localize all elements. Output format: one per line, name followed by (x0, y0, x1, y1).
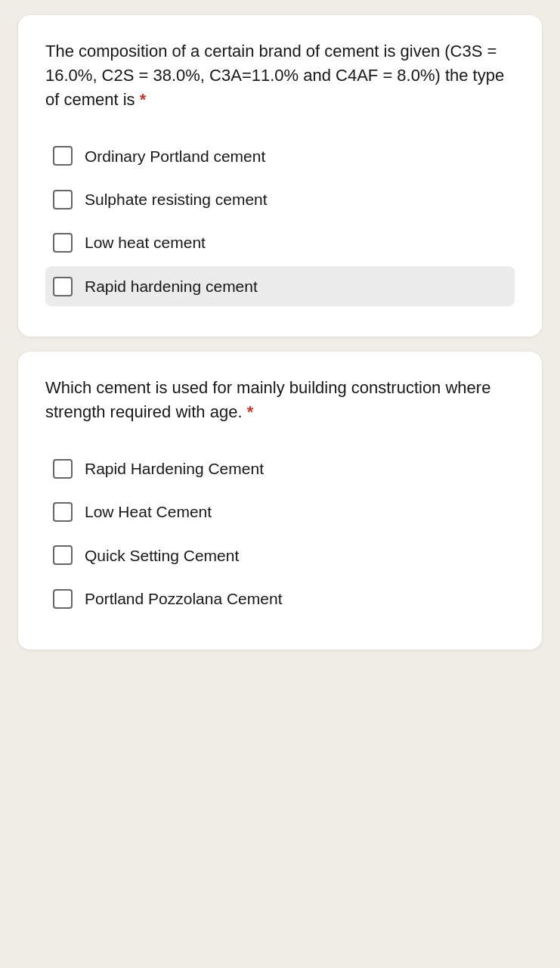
option-label-opt7: Quick Setting Cement (85, 544, 239, 566)
options-list-1: Ordinary Portland cementSulphate resisti… (45, 136, 515, 307)
required-star-2: * (247, 402, 254, 421)
option-label-opt2: Sulphate resisting cement (85, 188, 268, 210)
question-card-2: Which cement is used for mainly building… (18, 352, 542, 649)
option-label-opt6: Low Heat Cement (85, 501, 212, 523)
checkbox-opt5[interactable] (53, 459, 73, 479)
checkbox-opt4[interactable] (53, 277, 73, 296)
checkbox-opt6[interactable] (53, 502, 73, 522)
checkbox-opt8[interactable] (53, 589, 73, 609)
option-item-opt5[interactable]: Rapid Hardening Cement (45, 448, 515, 489)
question-body-2: Which cement is used for mainly building… (45, 378, 490, 421)
option-label-opt4: Rapid hardening cement (85, 275, 258, 297)
required-star-1: * (140, 90, 147, 109)
checkbox-opt1[interactable] (53, 146, 73, 166)
question-card-1: The composition of a certain brand of ce… (18, 15, 542, 337)
option-label-opt3: Low heat cement (85, 231, 206, 253)
option-item-opt6[interactable]: Low Heat Cement (45, 492, 515, 532)
checkbox-opt7[interactable] (53, 545, 73, 565)
option-item-opt3[interactable]: Low heat cement (45, 222, 515, 262)
option-item-opt8[interactable]: Portland Pozzolana Cement (45, 579, 515, 619)
option-label-opt1: Ordinary Portland cement (85, 145, 265, 167)
options-list-2: Rapid Hardening CementLow Heat CementQui… (45, 448, 515, 619)
option-label-opt5: Rapid Hardening Cement (85, 458, 264, 479)
checkbox-opt3[interactable] (53, 233, 73, 253)
option-item-opt1[interactable]: Ordinary Portland cement (45, 136, 515, 176)
checkbox-opt2[interactable] (53, 190, 73, 209)
option-item-opt2[interactable]: Sulphate resisting cement (45, 179, 515, 219)
option-label-opt8: Portland Pozzolana Cement (85, 588, 283, 610)
question-text-1: The composition of a certain brand of ce… (45, 39, 515, 112)
question-text-2: Which cement is used for mainly building… (45, 376, 515, 424)
option-item-opt7[interactable]: Quick Setting Cement (45, 535, 515, 576)
question-body-1: The composition of a certain brand of ce… (45, 42, 504, 109)
option-item-opt4[interactable]: Rapid hardening cement (45, 266, 515, 306)
